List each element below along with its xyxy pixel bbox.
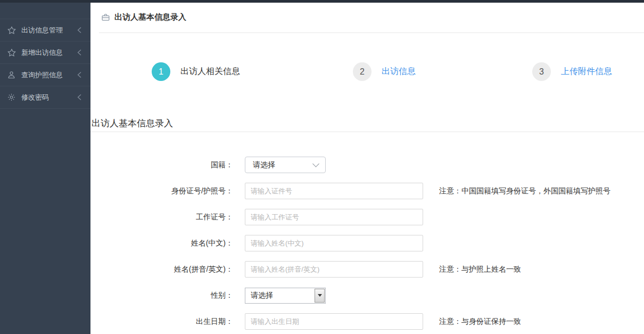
main-content: 出访人基本信息录入 1 出访人相关信息 2 出访信息 3 上传附件信息 出访人基… xyxy=(90,3,644,334)
field-control xyxy=(245,261,423,278)
field-control: 请选择 xyxy=(245,288,326,304)
chevron-down-icon xyxy=(312,160,319,167)
sidebar-item-label: 修改密码 xyxy=(21,93,77,102)
page-header: 出访人基本信息录入 xyxy=(90,3,644,32)
step-number-badge: 2 xyxy=(353,62,371,81)
star-icon xyxy=(6,47,16,58)
field-control xyxy=(245,183,423,199)
chevron-left-icon xyxy=(77,27,82,34)
chevron-left-icon xyxy=(77,94,82,101)
header-divider xyxy=(99,32,644,33)
sidebar-item-label: 查询护照信息 xyxy=(21,70,77,80)
text-input-id-number[interactable] xyxy=(245,183,423,199)
section-title: 出访人基本信息录入 xyxy=(92,117,173,129)
form-row-id-number: 身份证号/护照号： 注意：中国国籍填写身份证号，外国国籍填写护照号 xyxy=(90,183,644,199)
field-control xyxy=(245,313,423,330)
briefcase-icon xyxy=(101,13,110,22)
sidebar: 出访信息管理 新增出访信息 查询护 xyxy=(0,3,90,334)
form-row-gender: 性别： 请选择 xyxy=(90,287,644,304)
user-icon xyxy=(6,70,16,80)
chevron-left-icon xyxy=(77,49,82,56)
form-row-name-cn: 姓名(中文)： xyxy=(90,235,644,251)
select-value: 请选择 xyxy=(253,160,275,170)
sidebar-item-label: 出访信息管理 xyxy=(21,26,77,35)
field-control: 请选择 xyxy=(245,157,326,173)
sidebar-item-label: 新增出访信息 xyxy=(21,48,77,58)
step-wizard: 1 出访人相关信息 2 出访信息 3 上传附件信息 xyxy=(90,62,644,86)
sidebar-item-change-password[interactable]: 修改密码 xyxy=(0,86,90,109)
wizard-step-1[interactable]: 1 出访人相关信息 xyxy=(152,62,240,81)
wizard-step-2[interactable]: 2 出访信息 xyxy=(353,62,416,81)
step-number-badge: 1 xyxy=(152,62,170,81)
star-icon xyxy=(6,25,16,35)
text-input-birth-date[interactable] xyxy=(245,313,423,330)
field-note-id-number: 注意：中国国籍填写身份证号，外国国籍填写护照号 xyxy=(439,186,610,196)
section-divider xyxy=(90,132,644,132)
sidebar-menu: 出访信息管理 新增出访信息 查询护 xyxy=(0,19,90,109)
dropdown-button xyxy=(315,289,325,303)
sidebar-item-query-passport-info[interactable]: 查询护照信息 xyxy=(0,64,90,86)
field-label-birth-date: 出生日期： xyxy=(90,317,233,327)
field-label-work-id: 工作证号： xyxy=(90,213,233,222)
gear-icon xyxy=(6,92,16,102)
text-input-work-id[interactable] xyxy=(245,209,423,225)
form-row-nationality: 国籍： 请选择 xyxy=(90,157,644,173)
step-label: 上传附件信息 xyxy=(561,66,612,77)
step-label: 出访人相关信息 xyxy=(180,66,240,77)
page-title: 出访人基本信息录入 xyxy=(114,12,186,22)
select-nationality[interactable]: 请选择 xyxy=(245,157,326,173)
text-input-name-en[interactable] xyxy=(245,261,423,278)
step-label: 出访信息 xyxy=(382,66,416,77)
field-note-birth-date: 注意：与身份证保持一致 xyxy=(439,317,521,327)
step-number-badge: 3 xyxy=(532,62,551,81)
basic-info-form: 国籍： 请选择 身份证号/护照号： 注意：中国国籍填写身份证号，外国国籍填写护照… xyxy=(90,157,644,334)
sidebar-item-visit-info-management[interactable]: 出访信息管理 xyxy=(0,19,90,42)
form-row-work-id: 工作证号： xyxy=(90,209,644,225)
select-value: 请选择 xyxy=(251,291,273,300)
field-control xyxy=(245,235,423,251)
field-control xyxy=(245,209,423,225)
field-label-gender: 性别： xyxy=(90,291,233,300)
dropdown-arrow-icon xyxy=(318,294,322,297)
field-label-nationality: 国籍： xyxy=(90,160,233,170)
sidebar-item-add-visit-info[interactable]: 新增出访信息 xyxy=(0,42,90,64)
form-row-birth-date: 出生日期： 注意：与身份证保持一致 xyxy=(90,313,644,330)
select-gender[interactable]: 请选择 xyxy=(245,288,326,304)
field-label-id-number: 身份证号/护照号： xyxy=(90,186,233,196)
form-row-name-en: 姓名(拼音/英文)： 注意：与护照上姓名一致 xyxy=(90,261,644,278)
field-label-name-en: 姓名(拼音/英文)： xyxy=(90,265,233,274)
wizard-step-3[interactable]: 3 上传附件信息 xyxy=(532,62,612,81)
field-label-name-cn: 姓名(中文)： xyxy=(90,239,233,248)
field-note-name-en: 注意：与护照上姓名一致 xyxy=(439,265,521,274)
text-input-name-cn[interactable] xyxy=(245,235,423,251)
chevron-left-icon xyxy=(77,71,82,78)
